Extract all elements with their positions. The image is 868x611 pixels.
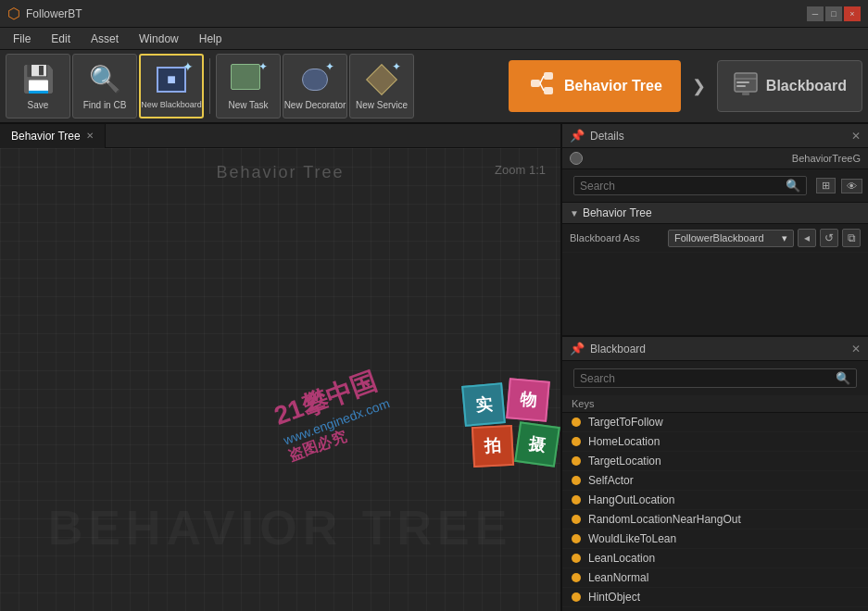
details-panel-title: Details bbox=[590, 130, 846, 143]
menu-asset[interactable]: Asset bbox=[82, 31, 128, 47]
canvas-watermark: BEHAVIOR TREE bbox=[48, 500, 513, 555]
key-item[interactable]: RandomLocationNearHangOut bbox=[562, 510, 868, 530]
new-decorator-icon: ✦ bbox=[296, 63, 333, 96]
details-panel: 📌 Details ✕ BehaviorTreeG 🔍 ⊞ 👁 ▼ Beh bbox=[562, 124, 868, 337]
eye-view-button[interactable]: 👁 bbox=[841, 179, 862, 193]
back-button[interactable]: ◂ bbox=[798, 229, 816, 247]
svg-rect-9 bbox=[742, 93, 749, 95]
blackboard-panel-title: Blackboard bbox=[590, 343, 846, 355]
details-top-row: BehaviorTreeG bbox=[562, 148, 868, 169]
blackboard-pin-icon: 📌 bbox=[570, 342, 585, 355]
canvas-title: Behavior Tree bbox=[216, 163, 344, 182]
copy-button[interactable]: ⧉ bbox=[842, 229, 861, 247]
save-icon: 💾 bbox=[19, 63, 57, 96]
details-panel-close[interactable]: ✕ bbox=[851, 130, 861, 143]
canvas-area[interactable]: Behavior Tree Zoom 1:1 21攀中国 www.engined… bbox=[0, 148, 560, 611]
menu-window[interactable]: Window bbox=[130, 31, 188, 47]
sticker-block-3: 拍 bbox=[472, 426, 513, 467]
details-pin-icon: 📌 bbox=[570, 129, 585, 143]
section-collapse-icon: ▼ bbox=[570, 208, 579, 218]
blackboard-search-input[interactable] bbox=[580, 372, 836, 385]
title-bar: ⬡ FollowerBT ─ □ × bbox=[0, 0, 868, 28]
details-panel-header: 📌 Details ✕ bbox=[562, 124, 868, 148]
find-in-cb-icon: 🔍 bbox=[86, 63, 123, 96]
section-label: Behavior Tree bbox=[583, 206, 652, 219]
left-tab-bar: Behavior Tree ✕ bbox=[0, 124, 560, 148]
key-name-label: TargetLocation bbox=[588, 455, 661, 468]
window-controls: ─ □ × bbox=[807, 6, 861, 21]
blackboard-search-row: 🔍 bbox=[562, 361, 868, 395]
blackboard-panel: 📌 Blackboard ✕ 🔍 Keys TargetToFollowHome… bbox=[562, 337, 868, 611]
menu-help[interactable]: Help bbox=[190, 31, 232, 47]
window-title: FollowerBT bbox=[26, 7, 82, 20]
key-type-dot bbox=[572, 573, 581, 582]
details-search-bar: 🔍 bbox=[573, 176, 807, 195]
key-item[interactable]: LeanLocation bbox=[562, 549, 868, 568]
details-search-icon: 🔍 bbox=[786, 179, 800, 193]
watermark-line1: 21攀中国 bbox=[270, 363, 386, 434]
main-area: Behavior Tree ✕ Behavior Tree Zoom 1:1 2… bbox=[0, 124, 868, 611]
blackboard-panel-header: 📌 Blackboard ✕ bbox=[562, 337, 868, 361]
new-decorator-button[interactable]: ✦ New Decorator bbox=[283, 54, 347, 118]
new-blackboard-button[interactable]: ■ ✦ New Blackboard bbox=[139, 54, 204, 118]
key-item[interactable]: TargetToFollow bbox=[562, 413, 868, 432]
key-item[interactable]: HintObject bbox=[562, 588, 868, 607]
svg-rect-0 bbox=[531, 80, 540, 87]
behavior-tree-icon bbox=[527, 69, 557, 104]
key-item[interactable]: SelfActor bbox=[562, 471, 868, 491]
svg-line-4 bbox=[540, 83, 544, 91]
sticker-block-1: 实 bbox=[463, 384, 504, 425]
new-service-button[interactable]: ✦ New Service bbox=[349, 54, 414, 118]
behavior-tree-button[interactable]: Behavior Tree bbox=[509, 60, 681, 112]
blackboard-asset-dropdown[interactable]: FollowerBlackboard ▾ bbox=[668, 230, 794, 247]
key-item[interactable]: TargetLocation bbox=[562, 452, 868, 471]
blackboard-asset-label: Blackboard Ass bbox=[570, 232, 662, 243]
key-type-dot bbox=[572, 515, 581, 524]
blackboard-search-icon: 🔍 bbox=[836, 371, 850, 385]
behavior-tree-tab[interactable]: Behavior Tree ✕ bbox=[0, 124, 106, 148]
behavior-tree-graph-name: BehaviorTreeG bbox=[792, 153, 861, 164]
key-type-dot bbox=[572, 437, 581, 446]
key-name-label: TargetToFollow bbox=[588, 416, 663, 429]
behavior-tree-section-header: ▼ Behavior Tree bbox=[562, 202, 868, 224]
keys-section-header: Keys bbox=[562, 395, 868, 413]
details-circle-indicator bbox=[570, 152, 583, 165]
key-name-label: WouldLikeToLean bbox=[588, 532, 676, 545]
key-type-dot bbox=[572, 418, 581, 427]
key-name-label: HomeLocation bbox=[588, 435, 660, 448]
new-blackboard-icon: ■ ✦ bbox=[153, 63, 190, 96]
close-button[interactable]: × bbox=[844, 6, 861, 21]
blackboard-panel-close[interactable]: ✕ bbox=[851, 343, 861, 355]
menu-bar: File Edit Asset Window Help bbox=[0, 28, 868, 50]
key-item[interactable]: HangOutLocation bbox=[562, 491, 868, 510]
key-type-dot bbox=[572, 495, 581, 505]
key-item[interactable]: WouldLikeToLean bbox=[562, 530, 868, 549]
key-item[interactable]: LeanNormal bbox=[562, 568, 868, 588]
behavior-tree-svg bbox=[527, 69, 557, 98]
watermark-overlay: 21攀中国 www.enginedx.com 盗图必究 bbox=[270, 363, 398, 467]
menu-file[interactable]: File bbox=[4, 31, 40, 47]
sticker-block-4: 摄 bbox=[517, 424, 558, 465]
details-search-input[interactable] bbox=[580, 180, 786, 193]
key-name-label: HangOutLocation bbox=[588, 493, 674, 506]
blackboard-icon bbox=[733, 71, 759, 101]
maximize-button[interactable]: □ bbox=[825, 6, 842, 21]
minimize-button[interactable]: ─ bbox=[807, 6, 824, 21]
blackboard-button[interactable]: Blackboard bbox=[717, 60, 862, 112]
dropdown-chevron-icon: ▾ bbox=[782, 232, 787, 244]
toolbar: 💾 Save 🔍 Find in CB ■ ✦ New Blackboard ✦… bbox=[0, 50, 868, 124]
grid-view-button[interactable]: ⊞ bbox=[816, 178, 836, 193]
key-item[interactable]: HomeLocation bbox=[562, 432, 868, 452]
key-type-dot bbox=[572, 476, 581, 485]
tab-close-icon[interactable]: ✕ bbox=[86, 131, 94, 141]
watermark-line2: www.enginedx.com bbox=[282, 395, 392, 447]
key-name-label: SelfActor bbox=[588, 474, 634, 487]
menu-edit[interactable]: Edit bbox=[42, 31, 80, 47]
breadcrumb-chevron: ❯ bbox=[692, 76, 706, 96]
refresh-button[interactable]: ↺ bbox=[820, 229, 838, 247]
new-task-button[interactable]: ✦ New Task bbox=[216, 54, 281, 118]
find-in-cb-button[interactable]: 🔍 Find in CB bbox=[72, 54, 137, 118]
right-panel: 📌 Details ✕ BehaviorTreeG 🔍 ⊞ 👁 ▼ Beh bbox=[562, 124, 868, 611]
canvas-zoom: Zoom 1:1 bbox=[495, 163, 546, 177]
save-button[interactable]: 💾 Save bbox=[6, 54, 70, 118]
